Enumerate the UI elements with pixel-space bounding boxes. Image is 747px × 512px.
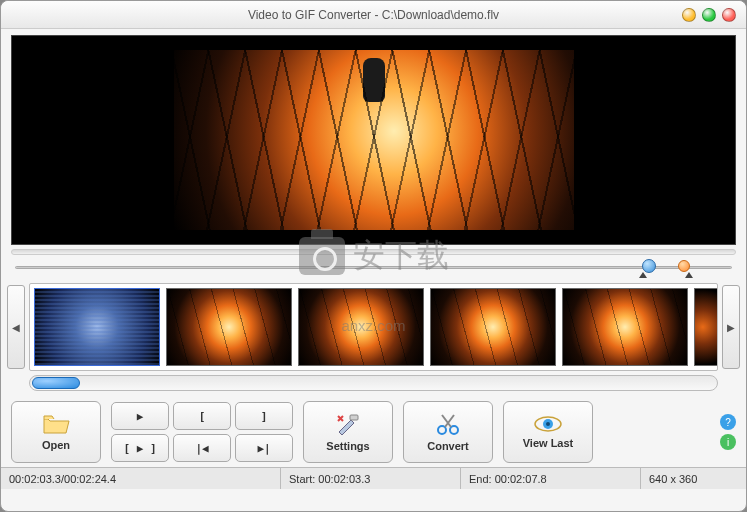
play-range-button[interactable]: [ ▶ ] [111,434,169,462]
prev-frame-button[interactable]: |◀ [173,434,231,462]
thumbnail-item[interactable] [562,288,688,366]
range-start-marker [639,272,647,278]
range-slider[interactable] [11,257,736,277]
tools-icon [335,412,361,436]
convert-button[interactable]: Convert [403,401,493,463]
convert-label: Convert [427,440,469,452]
next-frame-button[interactable]: ▶| [235,434,293,462]
status-start: Start: 00:02:03.3 [281,468,461,489]
svg-point-5 [546,422,550,426]
playback-controls: ▶ [ ] [ ▶ ] |◀ ▶| [111,402,293,462]
svg-point-1 [438,426,446,434]
app-window: Video to GIF Converter - C:\Download\dem… [0,0,747,512]
side-actions: ? i [720,414,736,450]
divider [11,249,736,255]
titlebar[interactable]: Video to GIF Converter - C:\Download\dem… [1,1,746,29]
thumbnail-strip: ◀ ▶ [7,283,740,371]
eye-icon [533,415,563,433]
status-dimensions: 640 x 360 [641,468,746,489]
settings-button[interactable]: Settings [303,401,393,463]
mark-in-button[interactable]: [ [173,402,231,430]
play-button[interactable]: ▶ [111,402,169,430]
window-title: Video to GIF Converter - C:\Download\dem… [9,8,738,22]
open-label: Open [42,439,70,451]
slider-track [15,266,732,269]
open-button[interactable]: Open [11,401,101,463]
status-position: 00:02:03.3/00:02:24.4 [1,468,281,489]
info-icon[interactable]: i [720,434,736,450]
thumbnails [29,283,718,371]
folder-open-icon [42,413,70,435]
video-preview[interactable] [11,35,736,245]
status-bar: 00:02:03.3/00:02:24.4 Start: 00:02:03.3 … [1,467,746,489]
toolbar: Open ▶ [ ] [ ▶ ] |◀ ▶| Settings Convert … [1,397,746,467]
scrollbar-thumb[interactable] [32,377,80,389]
range-start-handle[interactable] [642,259,656,273]
thumbnail-item[interactable] [166,288,292,366]
thumbnail-item[interactable] [430,288,556,366]
settings-label: Settings [326,440,369,452]
thumbnail-item[interactable] [298,288,424,366]
view-last-button[interactable]: View Last [503,401,593,463]
svg-rect-0 [350,415,358,420]
help-icon[interactable]: ? [720,414,736,430]
close-button[interactable] [722,8,736,22]
thumbnail-item[interactable] [694,288,718,366]
range-end-marker [685,272,693,278]
minimize-button[interactable] [682,8,696,22]
svg-point-2 [450,426,458,434]
maximize-button[interactable] [702,8,716,22]
status-end: End: 00:02:07.8 [461,468,641,489]
thumbs-prev-button[interactable]: ◀ [7,285,25,369]
preview-frame [174,50,574,230]
thumbnail-scrollbar[interactable] [29,375,718,391]
scissors-icon [436,412,460,436]
range-end-handle[interactable] [678,260,690,272]
thumbnail-item[interactable] [34,288,160,366]
mark-out-button[interactable]: ] [235,402,293,430]
thumbs-next-button[interactable]: ▶ [722,285,740,369]
window-controls [682,8,736,22]
view-last-label: View Last [523,437,574,449]
